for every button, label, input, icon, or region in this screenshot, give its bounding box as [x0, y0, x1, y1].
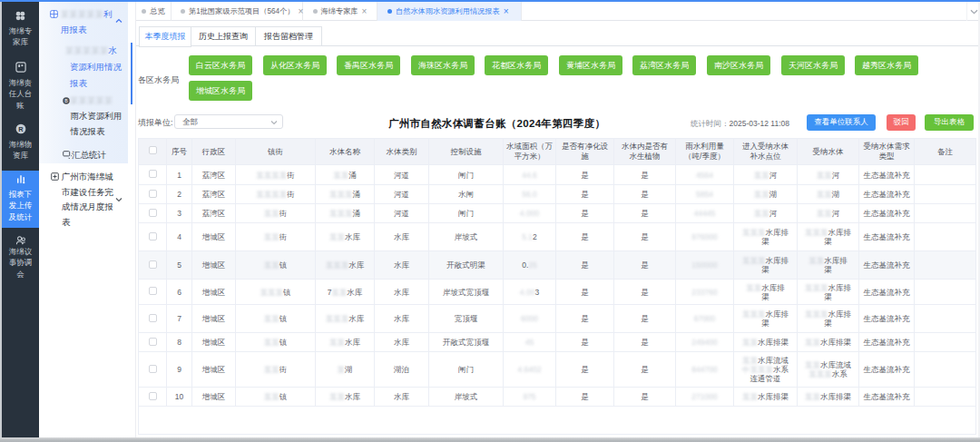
svg-text:R: R — [18, 125, 24, 133]
svg-text:B: B — [64, 98, 68, 103]
